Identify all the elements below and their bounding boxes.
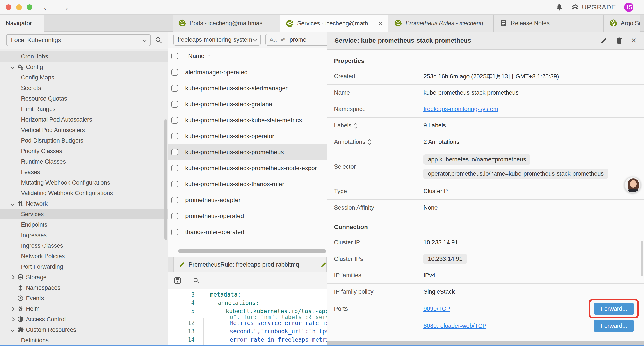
table-row[interactable]: kube-prometheus-stack-prometheus-node-ex… <box>168 160 326 176</box>
sidebar-item-network[interactable]: Network <box>0 198 168 209</box>
upgrade-button[interactable]: UPGRADE <box>572 3 616 11</box>
forward-button[interactable]: Forward... <box>594 303 634 315</box>
tab-services-icecheng-math-[interactable]: Services - icecheng@math...× <box>280 15 388 32</box>
row-checkbox[interactable] <box>172 229 178 235</box>
row-checkbox[interactable] <box>172 149 178 155</box>
sidebar-item-cron-jobs[interactable]: Cron Jobs <box>0 51 168 62</box>
maximize-window-button[interactable] <box>27 4 32 10</box>
name-column-header[interactable]: Name <box>188 52 210 59</box>
sidebar-item-vertical-pod-autoscalers[interactable]: Vertical Pod Autoscalers <box>0 125 168 135</box>
tab-release-notes[interactable]: Release Notes <box>494 15 604 31</box>
sidebar-item-leases[interactable]: Leases <box>0 167 168 177</box>
sidebar-item-definitions[interactable]: Definitions <box>0 335 168 346</box>
close-window-button[interactable] <box>6 4 12 10</box>
search-icon[interactable] <box>155 36 162 44</box>
row-checkbox[interactable] <box>172 197 178 203</box>
table-row[interactable]: kube-prometheus-stack-prometheus <box>168 144 326 160</box>
select-all-checkbox[interactable] <box>172 53 178 59</box>
sidebar-item-storage[interactable]: Storage <box>0 272 168 283</box>
sidebar-item-pod-disruption-budgets[interactable]: Pod Disruption Budgets <box>0 135 168 146</box>
horizontal-scrollbar[interactable] <box>178 249 326 253</box>
edit-icon[interactable] <box>600 37 608 44</box>
row-checkbox[interactable] <box>172 181 178 187</box>
sidebar-item-events[interactable]: Events <box>0 293 168 304</box>
sidebar-item-runtime-classes[interactable]: Runtime Classes <box>0 156 168 167</box>
yaml-editor[interactable]: 3metadata:4annotations:5kubectl.kubernet… <box>168 289 326 346</box>
sidebar-item-endpoints[interactable]: Endpoints <box>0 219 168 230</box>
detail-scrollbar[interactable] <box>641 241 643 276</box>
sidebar-item-port-forwarding[interactable]: Port Forwarding <box>0 262 168 272</box>
close-tab-icon[interactable]: × <box>379 20 383 27</box>
sidebar-item-secrets[interactable]: Secrets <box>0 83 168 93</box>
row-checkbox[interactable] <box>172 69 178 75</box>
row-checkbox[interactable] <box>172 133 178 139</box>
editor-tab-prometheusrule[interactable]: PrometheusRule: freeleaps-prod-rabbitmq <box>173 257 315 272</box>
port-link[interactable]: 8080:reloader-web/TCP <box>424 323 486 329</box>
row-checkbox[interactable] <box>172 117 178 123</box>
trash-icon[interactable] <box>616 37 623 44</box>
chevron-down-icon[interactable] <box>10 329 15 331</box>
table-row[interactable]: kube-prometheus-stack-thanos-ruler <box>168 176 326 192</box>
sidebar-scrollbar[interactable] <box>164 119 167 240</box>
regex-icon[interactable]: ▪* <box>281 36 285 43</box>
expand-collapse-icon[interactable] <box>368 140 370 145</box>
row-checkbox[interactable] <box>172 165 178 171</box>
table-row[interactable]: alertmanager-operated <box>168 64 326 80</box>
assistant-avatar[interactable] <box>624 177 641 193</box>
back-arrow-icon[interactable]: ← <box>42 3 51 11</box>
tab-prometheus-rules-icechen[interactable]: Prometheus Rules - icecheng... <box>388 15 494 31</box>
filter-input[interactable]: Aa ▪* prome <box>265 34 326 45</box>
table-row[interactable]: prometheus-operated <box>168 208 326 224</box>
sidebar-item-custom-resources[interactable]: Custom Resources <box>0 325 168 335</box>
row-checkbox[interactable] <box>172 85 178 91</box>
forward-button[interactable]: Forward... <box>594 320 634 332</box>
sidebar-item-config-maps[interactable]: Config Maps <box>0 72 168 83</box>
forward-arrow-icon[interactable]: → <box>61 3 69 11</box>
editor-tab-partial[interactable] <box>315 257 326 272</box>
table-row[interactable]: kube-prometheus-stack-alertmanager <box>168 80 326 96</box>
namespace-select[interactable]: freeleaps-monitoring-system <box>173 34 261 45</box>
table-row[interactable]: prometheus-adapter <box>168 192 326 208</box>
close-icon[interactable]: × <box>631 36 636 45</box>
chevron-down-icon[interactable] <box>10 202 15 205</box>
kubeconfig-select[interactable]: Local Kubeconfigs <box>6 34 151 46</box>
sidebar-item-access-control[interactable]: Access Control <box>0 314 168 325</box>
editor-toolbar <box>168 272 326 289</box>
port-link[interactable]: 9090/TCP <box>424 306 450 312</box>
chevron-right-icon[interactable] <box>10 318 15 321</box>
chevron-right-icon[interactable] <box>10 276 15 279</box>
sidebar-item-config[interactable]: Config <box>0 62 168 72</box>
sidebar-item-services[interactable]: Services <box>0 209 168 219</box>
sidebar-item-ingress-classes[interactable]: Ingress Classes <box>0 240 168 251</box>
bell-icon[interactable] <box>556 3 563 11</box>
expand-collapse-icon[interactable] <box>355 123 357 128</box>
detail-horizontal-scrollbar[interactable] <box>327 341 644 345</box>
tab-pods-icecheng-mathmas-[interactable]: Pods - icecheng@mathmas... <box>172 15 280 31</box>
sidebar-item-namespaces[interactable]: Namespaces <box>0 283 168 293</box>
sidebar-item-helm[interactable]: Helm <box>0 304 168 314</box>
search-icon[interactable] <box>193 277 200 284</box>
table-row[interactable]: thanos-ruler-operated <box>168 224 326 240</box>
chevron-down-icon[interactable] <box>10 66 15 68</box>
table-row[interactable]: kube-prometheus-stack-operator <box>168 128 326 144</box>
navigator-tab[interactable]: Navigator <box>0 15 44 31</box>
sidebar-item-priority-classes[interactable]: Priority Classes <box>0 146 168 156</box>
table-row[interactable]: kube-prometheus-stack-kube-state-metrics <box>168 112 326 128</box>
row-checkbox[interactable] <box>172 101 178 107</box>
save-icon[interactable] <box>174 277 181 284</box>
namespace-link[interactable]: freeleaps-monitoring-system <box>424 106 498 113</box>
sidebar-item-limit-ranges[interactable]: Limit Ranges <box>0 104 168 114</box>
sidebar-item-mutating-webhook-configurations[interactable]: Mutating Webhook Configurations <box>0 177 168 188</box>
tab-argo-se[interactable]: Argo Se <box>604 15 640 31</box>
table-row[interactable]: kube-prometheus-stack-grafana <box>168 96 326 112</box>
sidebar-item-horizontal-pod-autoscalers[interactable]: Horizontal Pod Autoscalers <box>0 114 168 125</box>
sidebar-item-ingresses[interactable]: Ingresses <box>0 230 168 240</box>
minimize-window-button[interactable] <box>16 4 22 10</box>
row-checkbox[interactable] <box>172 213 178 219</box>
match-case-icon[interactable]: Aa <box>270 36 277 43</box>
sidebar-item-network-policies[interactable]: Network Policies <box>0 251 168 262</box>
sidebar-item-resource-quotas[interactable]: Resource Quotas <box>0 93 168 104</box>
sidebar-item-validating-webhook-configurations[interactable]: Validating Webhook Configurations <box>0 188 168 198</box>
notification-badge[interactable]: 15 <box>624 3 634 12</box>
chevron-right-icon[interactable] <box>10 308 15 310</box>
